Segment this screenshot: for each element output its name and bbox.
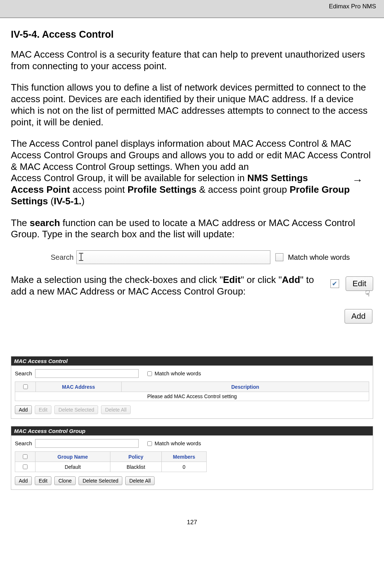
p5a: Make a selection using the check-boxes a… xyxy=(11,274,223,285)
nms-settings-bold: NMS Settings xyxy=(247,172,308,183)
panel1-add-button[interactable]: Add xyxy=(15,405,32,414)
panel2-add-button[interactable]: Add xyxy=(15,476,32,485)
p3c-close: ) xyxy=(81,196,85,207)
p3c-mid: access point xyxy=(70,184,127,195)
edit-bold: Edit xyxy=(223,274,241,285)
panel2-select-all-checkbox[interactable] xyxy=(23,454,28,459)
mac-access-control-panel: MAC Access Control Search Match whole wo… xyxy=(11,356,373,419)
panel1-delete-selected-button[interactable]: Delete Selected xyxy=(54,405,98,414)
access-point-bold: Access Point xyxy=(11,184,70,195)
page-number: 127 xyxy=(0,519,384,533)
panel2-match-label: Match whole words xyxy=(155,440,201,446)
header-product: Edimax Pro NMS xyxy=(329,3,376,10)
panel2-col-members: Members xyxy=(162,452,207,462)
panel2-row-members: 0 xyxy=(162,462,207,472)
panel1-empty-row: Please add MAC Access Control setting xyxy=(15,392,369,401)
panel2-col-group: Group Name xyxy=(35,452,110,462)
iv51-bold: IV-5-1. xyxy=(54,196,81,207)
paragraph-3a: The Access Control panel displays inform… xyxy=(11,138,371,172)
panel1-select-all-checkbox[interactable] xyxy=(23,384,28,389)
p3c-end: ( xyxy=(48,196,54,207)
panel1-col-desc: Description xyxy=(122,382,369,392)
hand-cursor-icon: ☟ xyxy=(365,289,370,299)
section-title: Access Control xyxy=(42,29,114,40)
paragraph-1: MAC Access Control is a security feature… xyxy=(11,49,373,72)
panel1-edit-button[interactable]: Edit xyxy=(35,405,51,414)
mac-access-control-group-panel: MAC Access Control Group Search Match wh… xyxy=(11,426,373,490)
edit-button-label: Edit xyxy=(353,279,366,288)
add-button-label: Add xyxy=(351,312,366,321)
search-figure-label: Search xyxy=(51,253,73,262)
panel2-col-policy: Policy xyxy=(110,452,161,462)
match-label: Match whole words xyxy=(288,253,350,262)
search-bold: search xyxy=(30,217,60,228)
text-cursor-icon xyxy=(78,253,84,262)
checked-checkbox-icon[interactable]: ✔ xyxy=(330,279,339,288)
section-heading: IV-5-4. Access Control xyxy=(11,29,373,40)
panel2-row-policy: Blacklist xyxy=(110,462,161,472)
panel2-row-checkbox[interactable] xyxy=(23,464,28,469)
p4a: The xyxy=(11,217,30,228)
panel2-search-label: Search xyxy=(15,440,32,446)
paragraph-2: This function allows you to define a lis… xyxy=(11,82,373,128)
panel1-search-input[interactable] xyxy=(35,369,139,378)
panel1-search-label: Search xyxy=(15,370,32,376)
match-checkbox[interactable] xyxy=(275,253,283,261)
add-button-figure[interactable]: Add xyxy=(345,309,372,324)
p4b: function can be used to locate a MAC add… xyxy=(11,217,355,240)
panel1-delete-all-button[interactable]: Delete All xyxy=(101,405,130,414)
p3c-mid2: & access point group xyxy=(197,184,290,195)
panel2-match-checkbox[interactable] xyxy=(147,441,152,446)
search-figure: Search Match whole words xyxy=(51,250,373,264)
panel1-title: MAC Access Control xyxy=(11,356,373,366)
panel2-row-name: Default xyxy=(35,462,110,472)
arrow-icon: → xyxy=(352,174,363,187)
profile-settings-bold: Profile Settings xyxy=(127,184,197,195)
section-number: IV-5-4. xyxy=(11,29,40,40)
panel1-match-checkbox[interactable] xyxy=(147,371,152,376)
add-bold: Add xyxy=(282,274,300,285)
panel1-match-label: Match whole words xyxy=(155,370,201,376)
panel2-delete-selected-button[interactable]: Delete Selected xyxy=(79,476,122,485)
panel2-edit-button[interactable]: Edit xyxy=(35,476,51,485)
edit-button-figure[interactable]: Edit ☟ xyxy=(346,276,373,291)
table-row: Default Blacklist 0 xyxy=(15,462,207,472)
search-figure-input[interactable] xyxy=(76,250,270,264)
panel2-title: MAC Access Control Group xyxy=(11,426,373,435)
panel2-search-input[interactable] xyxy=(35,439,139,448)
p5mid: " or click " xyxy=(241,274,282,285)
panel1-col-mac: MAC Address xyxy=(36,382,122,392)
panel2-clone-button[interactable]: Clone xyxy=(54,476,76,485)
paragraph-3b-pre: Access Control Group, it will be availab… xyxy=(11,172,247,183)
panel2-delete-all-button[interactable]: Delete All xyxy=(125,476,155,485)
